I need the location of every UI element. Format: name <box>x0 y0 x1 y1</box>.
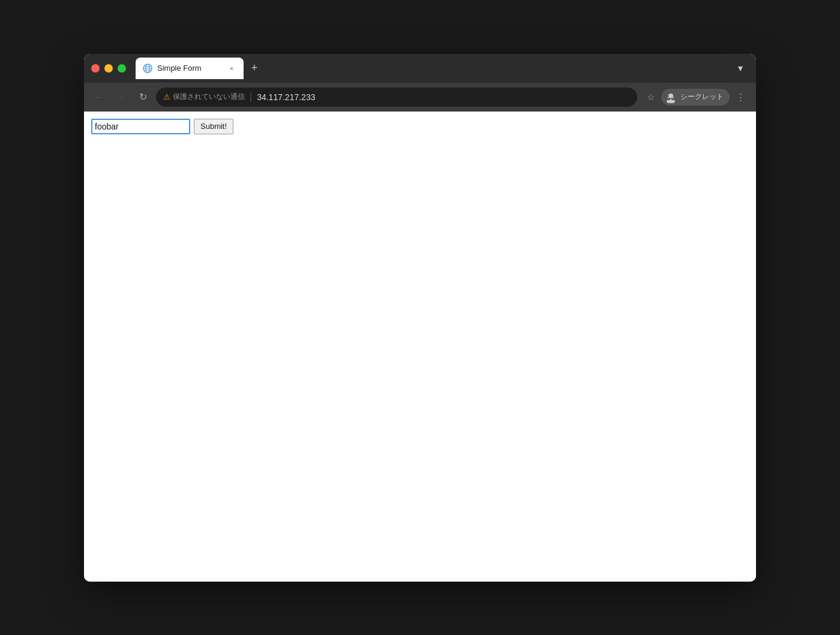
close-button[interactable] <box>91 64 100 73</box>
url-divider: | <box>250 92 252 103</box>
tab-close-button[interactable]: × <box>227 64 236 73</box>
tab-overflow-button[interactable]: ▾ <box>732 60 749 77</box>
address-right-controls: ☆ シークレット ⋮ <box>642 89 749 106</box>
tab-title: Simple Form <box>157 64 222 73</box>
address-bar: ← → ↻ ⚠ 保護されていない通信 | 34.117.217.233 ☆ <box>84 83 756 112</box>
url-bar[interactable]: ⚠ 保護されていない通信 | 34.117.217.233 <box>156 88 637 107</box>
back-button[interactable]: ← <box>91 89 108 106</box>
page-content: Submit! <box>84 112 756 582</box>
chevron-down-icon: ▾ <box>738 62 743 74</box>
security-warning-text: 保護されていない通信 <box>173 92 245 102</box>
url-text: 34.117.217.233 <box>257 92 315 102</box>
incognito-icon <box>665 91 677 103</box>
bookmark-button[interactable]: ☆ <box>642 89 659 106</box>
security-warning: ⚠ 保護されていない通信 <box>163 92 245 102</box>
svg-point-9 <box>668 98 670 99</box>
menu-button[interactable]: ⋮ <box>732 89 749 106</box>
browser-window: Simple Form × + ▾ ← → ↻ ⚠ 保護されていない通信 | 3… <box>84 54 756 582</box>
incognito-button[interactable]: シークレット <box>661 89 730 106</box>
tabs-area: Simple Form × + ▾ <box>136 58 749 79</box>
text-input[interactable] <box>91 119 190 134</box>
new-tab-button[interactable]: + <box>246 60 263 77</box>
maximize-button[interactable] <box>118 64 126 73</box>
simple-form: Submit! <box>91 119 749 134</box>
submit-button[interactable]: Submit! <box>194 119 233 134</box>
minimize-button[interactable] <box>104 64 113 73</box>
tab-favicon <box>143 64 152 73</box>
svg-point-10 <box>673 98 674 99</box>
title-bar: Simple Form × + ▾ <box>84 54 756 83</box>
warning-icon: ⚠ <box>163 92 170 101</box>
incognito-label: シークレット <box>680 92 724 102</box>
traffic-lights <box>91 64 126 73</box>
forward-button[interactable]: → <box>113 89 130 106</box>
menu-icon: ⋮ <box>736 92 745 103</box>
star-icon: ☆ <box>647 92 655 103</box>
active-tab[interactable]: Simple Form × <box>136 58 244 79</box>
reload-button[interactable]: ↻ <box>134 89 151 106</box>
